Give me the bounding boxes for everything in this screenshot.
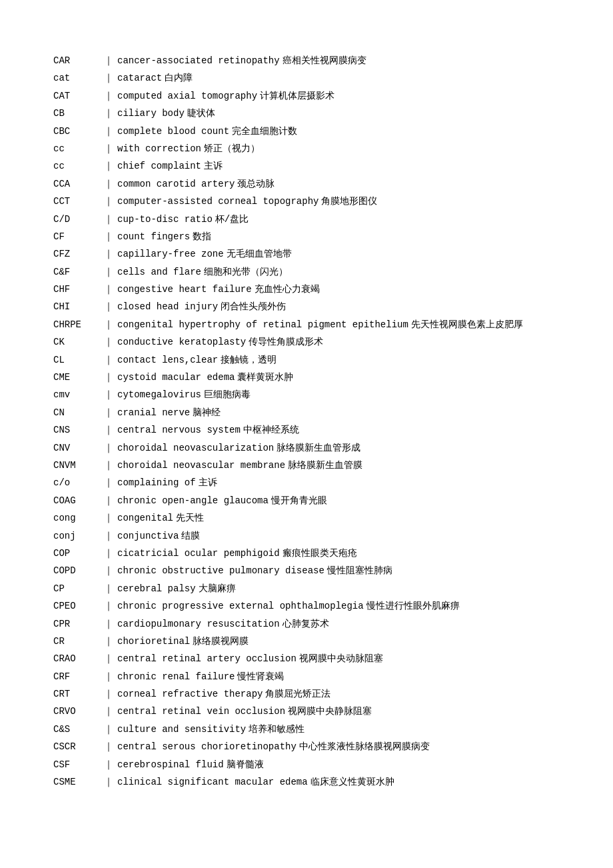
separator-icon: ｜ xyxy=(104,617,113,631)
list-item: C/D｜cup-to-disc ratio杯/盘比 xyxy=(53,212,573,227)
chinese-translation: 杯/盘比 xyxy=(215,212,249,227)
separator-icon: ｜ xyxy=(104,529,113,543)
definition-text: chronic progressive external ophthalmopl… xyxy=(117,599,364,613)
abbreviation: CNVM xyxy=(53,458,100,473)
abbreviation: CRVO xyxy=(53,704,100,719)
chinese-translation: 闭合性头颅外伤 xyxy=(221,299,286,314)
chinese-translation: 心肺复苏术 xyxy=(283,617,329,631)
separator-icon: ｜ xyxy=(104,669,113,684)
list-item: CPR｜cardiopulmonary resuscitation心肺复苏术 xyxy=(53,617,573,631)
separator-icon: ｜ xyxy=(104,370,113,385)
abbreviation: CHRPE xyxy=(53,317,100,332)
definition-text: chorioretinal xyxy=(117,634,190,649)
abbreviation: CPR xyxy=(53,617,100,631)
definition-text: cells and flare xyxy=(117,265,201,279)
separator-icon: ｜ xyxy=(104,581,113,596)
definition-text: choroidal neovascular membrane xyxy=(117,458,285,473)
abbreviation: CME xyxy=(53,370,100,385)
abbreviation: CPEO xyxy=(53,599,100,613)
separator-icon: ｜ xyxy=(104,194,113,209)
list-item: cat｜cataract白内障 xyxy=(53,71,573,85)
chinese-translation: 先天性视网膜色素上皮肥厚 xyxy=(411,317,523,332)
chinese-translation: 巨细胞病毒 xyxy=(204,387,251,402)
list-item: COP｜cicatricial ocular pemphigoid瘢痕性眼类天疱… xyxy=(53,546,573,561)
abbreviation: CNV xyxy=(53,441,100,455)
chinese-translation: 囊样黄斑水肿 xyxy=(237,370,293,385)
chinese-translation: 结膜 xyxy=(181,529,200,543)
list-item: CL｜contact lens,clear接触镜，透明 xyxy=(53,353,573,367)
definition-text: congenital xyxy=(117,511,173,525)
separator-icon: ｜ xyxy=(104,475,113,490)
separator-icon: ｜ xyxy=(104,159,113,173)
definition-text: cystoid macular edema xyxy=(117,370,235,385)
definition-text: central retinal vein occlusion xyxy=(117,704,285,719)
abbreviation: CNS xyxy=(53,423,100,437)
list-item: C&F｜cells and flare细胞和光带（闪光） xyxy=(53,265,573,279)
definition-text: complaining of xyxy=(117,475,196,490)
chinese-translation: 视网膜中央动脉阻塞 xyxy=(299,651,383,666)
list-item: cc｜with correction矫正（视力） xyxy=(53,141,573,156)
separator-icon: ｜ xyxy=(104,106,113,121)
definition-text: common carotid artery xyxy=(117,177,235,191)
separator-icon: ｜ xyxy=(104,177,113,191)
definition-text: conductive keratoplasty xyxy=(117,335,246,349)
chinese-translation: 慢性进行性眼外肌麻痹 xyxy=(366,599,460,613)
abbreviation: COPD xyxy=(53,563,100,578)
list-item: conj｜conjunctiva结膜 xyxy=(53,529,573,543)
chinese-translation: 培养和敏感性 xyxy=(249,722,305,737)
separator-icon: ｜ xyxy=(104,599,113,613)
separator-icon: ｜ xyxy=(104,739,113,754)
chinese-translation: 慢性肾衰竭 xyxy=(237,669,284,684)
list-item: c/o｜complaining of主诉 xyxy=(53,475,573,490)
list-item: CSME｜clinical significant macular edema临… xyxy=(53,775,573,789)
abbreviation: cc xyxy=(53,159,100,173)
separator-icon: ｜ xyxy=(104,317,113,332)
chinese-translation: 传导性角膜成形术 xyxy=(249,335,323,349)
definition-text: chronic obstructive pulmonary disease xyxy=(117,563,324,578)
chinese-translation: 完全血细胞计数 xyxy=(232,124,297,139)
definition-text: cicatricial ocular pemphigoid xyxy=(117,546,280,561)
definition-text: cerebral palsy xyxy=(117,581,196,596)
chinese-translation: 中枢神经系统 xyxy=(243,423,299,437)
separator-icon: ｜ xyxy=(104,651,113,666)
definition-text: cataract xyxy=(117,71,162,85)
list-item: CF｜count fingers数指 xyxy=(53,229,573,244)
separator-icon: ｜ xyxy=(104,353,113,367)
list-item: CK｜conductive keratoplasty传导性角膜成形术 xyxy=(53,335,573,349)
abbreviation: CHI xyxy=(53,299,100,314)
separator-icon: ｜ xyxy=(104,687,113,701)
separator-icon: ｜ xyxy=(104,212,113,227)
definition-text: central retinal artery occlusion xyxy=(117,651,297,666)
separator-icon: ｜ xyxy=(104,299,113,314)
list-item: CCA｜common carotid artery颈总动脉 xyxy=(53,177,573,191)
definition-text: complete blood count xyxy=(117,124,229,139)
chinese-translation: 癌相关性视网膜病变 xyxy=(283,53,366,68)
abbreviation: CRT xyxy=(53,687,100,701)
separator-icon: ｜ xyxy=(104,405,113,420)
separator-icon: ｜ xyxy=(104,53,113,68)
separator-icon: ｜ xyxy=(104,124,113,139)
abbreviation: cmv xyxy=(53,387,100,402)
abbreviation: C/D xyxy=(53,212,100,227)
separator-icon: ｜ xyxy=(104,546,113,561)
list-item: CRVO｜central retinal vein occlusion视网膜中央… xyxy=(53,704,573,719)
chinese-translation: 颈总动脉 xyxy=(237,177,275,191)
definition-text: chronic open-angle glaucoma xyxy=(117,493,269,508)
separator-icon: ｜ xyxy=(104,247,113,261)
abbreviation: CB xyxy=(53,106,100,121)
separator-icon: ｜ xyxy=(104,282,113,297)
definition-text: central serous chorioretinopathy xyxy=(117,739,297,754)
separator-icon: ｜ xyxy=(104,387,113,402)
list-item: cong｜congenital先天性 xyxy=(53,511,573,525)
definition-text: choroidal neovascularization xyxy=(117,441,274,455)
separator-icon: ｜ xyxy=(104,493,113,508)
separator-icon: ｜ xyxy=(104,335,113,349)
list-item: CR｜chorioretinal脉络膜视网膜 xyxy=(53,634,573,649)
definition-text: capillary-free zone xyxy=(117,247,224,261)
chinese-translation: 主诉 xyxy=(199,475,217,490)
abbreviation: CBC xyxy=(53,124,100,139)
list-item: CCT｜computer-assisted corneal topography… xyxy=(53,194,573,209)
definition-text: congenital hypertrophy of retinal pigmen… xyxy=(117,317,408,332)
chinese-translation: 中心性浆液性脉络膜视网膜病变 xyxy=(299,739,430,754)
abbreviation: CCT xyxy=(53,194,100,209)
